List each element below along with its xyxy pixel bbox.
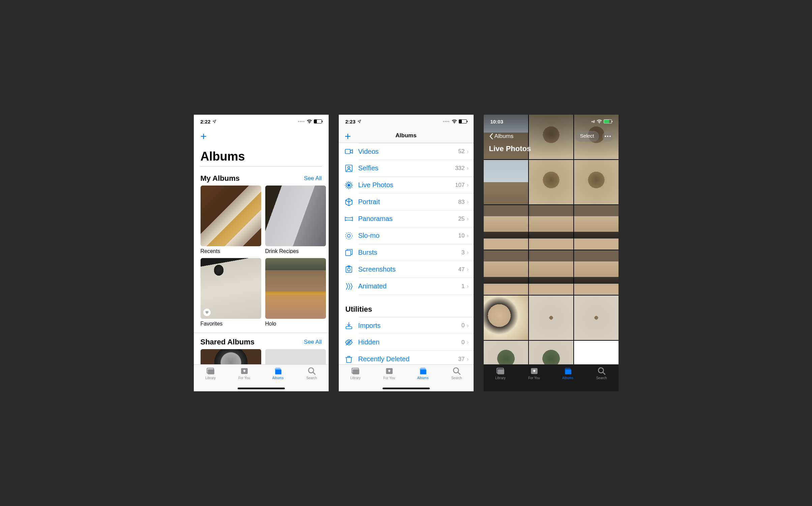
album-thumbnail [265,258,326,319]
import-icon [344,321,354,330]
tab-albums[interactable]: Albums [551,367,585,391]
chevron-right-icon: › [467,356,469,363]
row-count: 3 [461,249,464,256]
media-type-row[interactable]: Screenshots 47 › [358,261,474,278]
see-all-shared-albums[interactable]: See All [304,339,322,345]
album-item[interactable]: Recents 4,593 [201,186,261,253]
photo-thumbnail[interactable] [574,296,619,340]
svg-rect-3 [275,370,281,374]
svg-point-11 [348,184,350,186]
media-type-row[interactable]: Selfies 332 › [358,160,474,177]
photo-thumbnail[interactable] [574,341,619,364]
add-album-button[interactable]: + [201,128,322,144]
photo-thumbnail[interactable] [529,341,573,364]
row-label: Imports [358,322,462,330]
select-button[interactable]: Select [575,131,599,142]
slomo-icon [344,231,354,241]
svg-line-30 [458,372,460,374]
see-all-my-albums[interactable]: See All [304,175,322,182]
svg-rect-4 [275,368,281,369]
search-icon [452,367,461,375]
chevron-right-icon: › [467,249,469,256]
album-title: Recents [201,248,261,253]
pano-icon [344,214,354,224]
cellular-dots: •••• [443,119,450,124]
row-label: Videos [358,148,458,156]
tab-library[interactable]: Library [194,367,228,391]
search-icon [597,367,606,375]
utilities-heading: Utilities [339,295,474,317]
photo-thumbnail[interactable] [484,341,528,364]
row-count: 83 [458,199,465,205]
photo-thumbnail[interactable] [529,296,573,340]
home-indicator[interactable] [238,388,285,389]
location-icon [212,119,216,123]
photo-thumbnail[interactable] [484,296,528,340]
row-label: Panoramas [358,215,458,223]
tab-library[interactable]: Library [339,367,372,391]
photo-thumbnail[interactable] [574,205,619,250]
battery-icon [459,119,467,123]
tab-library[interactable]: Library [484,367,517,391]
album-item[interactable] [201,349,261,364]
media-types-screen: 2:23 •••• + Albums Videos 52 › Selfies 3… [339,115,474,391]
tab-search[interactable]: Search [585,367,619,391]
wifi-icon [307,119,312,123]
tab-bar: Library For You Albums Search [484,364,619,391]
album-thumbnail [265,349,326,364]
svg-rect-38 [565,368,571,369]
shared-albums-heading: Shared Albums [201,338,255,346]
back-button[interactable]: Albums [489,133,514,140]
photo-thumbnail[interactable] [484,160,528,204]
album-item[interactable]: Favorites 3 [201,258,261,326]
media-type-row[interactable]: Animated 1 › [358,278,474,295]
albums-screen: 2:22 •••• + Albums My Albums See All Rec… [194,115,329,391]
trash-icon [344,355,354,364]
chevron-right-icon: › [467,232,469,239]
svg-rect-16 [345,250,351,255]
media-type-row[interactable]: Videos 52 › [358,143,474,160]
tab-label: For You [238,376,250,380]
status-time: 10:03 [490,119,503,124]
photo-thumbnail[interactable] [574,160,619,204]
photo-thumbnail[interactable] [529,205,573,250]
tab-search[interactable]: Search [295,367,329,391]
photo-thumbnail[interactable] [574,250,619,295]
media-type-row[interactable]: Bursts 3 › [358,244,474,261]
chevron-right-icon: › [467,148,469,155]
svg-point-31 [605,136,606,137]
location-icon [357,119,361,123]
media-type-row[interactable]: Imports 0 › [358,317,474,334]
media-type-row[interactable]: Panoramas 25 › [358,210,474,227]
library-icon [351,367,360,375]
media-type-row[interactable]: Slo-mo 10 › [358,227,474,244]
add-album-button[interactable]: + [345,131,351,142]
media-type-row[interactable]: Hidden 0 › [358,334,474,351]
status-time: 2:22 [201,119,211,124]
tab-for-you[interactable]: For You [517,367,551,391]
media-type-row[interactable]: Live Photos 107 › [358,177,474,194]
chevron-left-icon [489,133,493,140]
nav-bar: + Albums [339,128,474,143]
svg-point-33 [609,136,611,137]
photo-thumbnail[interactable] [529,250,573,295]
album-title: Holo [265,321,326,326]
foryou-icon [530,367,539,375]
albums-icon [418,367,428,375]
media-type-row[interactable]: Recently Deleted 37 › [358,351,474,364]
photo-thumbnail[interactable] [484,205,528,250]
tab-bar: Library For You Albums Search [339,364,474,391]
home-indicator[interactable] [383,388,430,389]
media-type-row[interactable]: Portrait 83 › [358,194,474,210]
album-item[interactable]: Drink Recipes 19 [265,186,326,253]
photo-thumbnail[interactable] [529,160,573,204]
more-button[interactable] [602,131,613,142]
album-item[interactable] [265,349,326,364]
album-item[interactable]: Holo 2 [265,258,326,326]
photo-thumbnail[interactable] [484,250,528,295]
library-icon [206,367,215,375]
svg-rect-37 [565,370,571,374]
chevron-right-icon: › [467,165,469,172]
tab-search[interactable]: Search [440,367,474,391]
status-bar: 10:03 •ıl [484,115,619,128]
